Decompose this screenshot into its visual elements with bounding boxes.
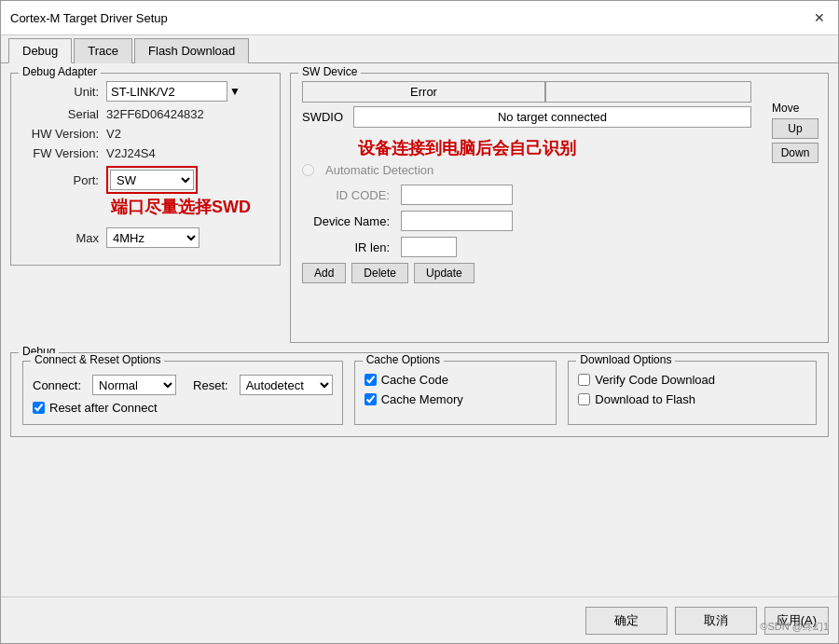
close-button[interactable]: ✕ (810, 8, 829, 27)
connect-reset-title: Connect & Reset Options (31, 353, 164, 366)
tab-debug[interactable]: Debug (8, 38, 72, 63)
debug-adapter-panel: Debug Adapter Unit: ▼ Serial 32FF6D06424… (10, 73, 281, 343)
download-options-box: Download Options Verify Code Download Do… (568, 361, 817, 425)
serial-row: Serial 32FF6D06424832 (22, 107, 268, 121)
cache-code-row: Cache Code (364, 373, 547, 387)
error-label: Error (302, 81, 545, 103)
port-label: Port: (22, 173, 106, 187)
cache-memory-row: Cache Memory (364, 392, 547, 406)
cache-memory-checkbox[interactable] (364, 393, 377, 405)
cache-options-box: Cache Options Cache Code Cache Memory (354, 361, 557, 425)
sw-device-title: SW Device (298, 65, 361, 78)
id-code-input[interactable] (401, 185, 513, 205)
auto-detect-annotation-container: 设备连接到电脑后会自己识别 (302, 137, 817, 159)
add-button[interactable]: Add (302, 263, 346, 283)
download-flash-label: Download to Flash (595, 392, 695, 406)
serial-value: 32FF6D06424832 (106, 107, 204, 121)
ir-len-label: IR len: (302, 240, 395, 254)
auto-detect-annotation: 设备连接到电脑后会自己识别 (358, 139, 576, 158)
auto-detect-row: Automatic Detection (302, 163, 817, 177)
unit-dropdown-btn[interactable]: ▼ (229, 85, 241, 98)
download-flash-row: Download to Flash (578, 392, 806, 406)
delete-button[interactable]: Delete (351, 263, 408, 283)
reset-after-connect-label: Reset after Connect (49, 401, 158, 415)
cache-code-checkbox[interactable] (364, 374, 377, 386)
debug-inner: Connect & Reset Options Connect: Normal … (22, 361, 817, 425)
tab-bar: Debug Trace Flash Download (1, 37, 838, 63)
move-label: Move (772, 102, 818, 115)
verify-code-row: Verify Code Download (578, 373, 806, 387)
ir-len-input[interactable] (401, 237, 457, 257)
device-name-input[interactable] (401, 211, 513, 231)
unit-row: Unit: ▼ (22, 81, 268, 102)
device-name-row: Device Name: (302, 211, 817, 231)
unit-label: Unit: (22, 85, 106, 99)
port-wrapper: SW JTAG (106, 166, 198, 194)
dialog: Cortex-M Target Driver Setup ✕ Debug Tra… (0, 0, 839, 644)
id-code-row: ID CODE: (302, 185, 817, 205)
port-select[interactable]: SW JTAG (110, 170, 194, 190)
reset-select[interactable]: Autodetect HW RESET (240, 375, 333, 395)
auto-detect-radio[interactable] (302, 164, 314, 176)
max-select[interactable]: 4MHz 8MHz (106, 227, 199, 248)
swdio-label: SWDIO (302, 110, 353, 124)
update-button[interactable]: Update (414, 263, 475, 283)
window-title: Cortex-M Target Driver Setup (10, 11, 168, 25)
fw-version-value: V2J24S4 (106, 146, 156, 160)
download-options-title: Download Options (576, 353, 675, 366)
hw-version-label: HW Version: (22, 127, 106, 141)
cancel-button[interactable]: 取消 (675, 607, 757, 635)
ok-button[interactable]: 确定 (585, 607, 667, 635)
connect-select[interactable]: Normal Under Reset (92, 375, 176, 395)
max-row: Max 4MHz 8MHz (22, 227, 268, 248)
title-bar: Cortex-M Target Driver Setup ✕ (1, 1, 838, 35)
fw-version-row: FW Version: V2J24S4 (22, 146, 268, 160)
watermark: ©SDN @终幻1 (760, 620, 829, 634)
swdio-row: SWDIO No target connected (302, 106, 751, 128)
error-area: Error (302, 81, 751, 103)
port-row: Port: SW JTAG (22, 166, 268, 194)
verify-code-checkbox[interactable] (578, 374, 590, 386)
debug-section: Debug Connect & Reset Options Connect: N… (10, 352, 829, 437)
debug-adapter-group: Debug Adapter Unit: ▼ Serial 32FF6D06424… (10, 73, 281, 266)
bottom-bar: 确定 取消 应用(A) (1, 596, 838, 643)
hw-version-row: HW Version: V2 (22, 127, 268, 141)
verify-code-label: Verify Code Download (595, 373, 715, 387)
port-annotation: 端口尽量选择SWD (111, 198, 251, 216)
move-up-button[interactable]: Up (772, 118, 818, 139)
serial-label: Serial (22, 107, 106, 121)
hw-version-value: V2 (106, 127, 121, 141)
cache-code-label: Cache Code (381, 373, 448, 387)
reset-after-connect-row: Reset after Connect (33, 401, 333, 415)
tab-trace[interactable]: Trace (74, 38, 132, 63)
cache-options-title: Cache Options (363, 353, 444, 366)
unit-input[interactable] (106, 81, 227, 102)
port-annotation-container: 端口尽量选择SWD (111, 196, 357, 218)
cache-memory-label: Cache Memory (381, 392, 463, 406)
tab-flash-download[interactable]: Flash Download (134, 38, 249, 63)
reset-label: Reset: (193, 378, 228, 392)
sw-device-group: SW Device Move Up Down Error SWDIO No ta… (290, 73, 829, 343)
ir-len-row: IR len: (302, 237, 817, 257)
max-label: Max (22, 231, 106, 245)
reset-after-connect-checkbox[interactable] (33, 402, 45, 414)
action-buttons: Add Delete Update (302, 263, 817, 283)
sw-device-panel: SW Device Move Up Down Error SWDIO No ta… (290, 73, 829, 343)
auto-detect-label: Automatic Detection (325, 163, 433, 177)
main-content: Debug Adapter Unit: ▼ Serial 32FF6D06424… (1, 63, 838, 352)
connect-label: Connect: (33, 378, 81, 392)
connect-row: Connect: Normal Under Reset Reset: Autod… (33, 375, 333, 395)
debug-adapter-title: Debug Adapter (19, 65, 101, 78)
no-target-label: No target connected (353, 106, 751, 128)
download-flash-checkbox[interactable] (578, 393, 590, 405)
connect-reset-box: Connect & Reset Options Connect: Normal … (22, 361, 343, 425)
fw-version-label: FW Version: (22, 146, 106, 160)
